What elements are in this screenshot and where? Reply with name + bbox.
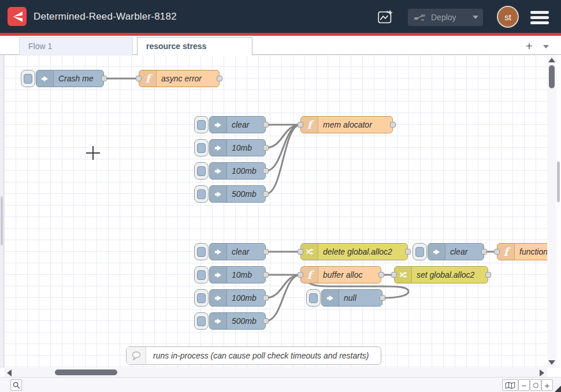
node-label: clear (450, 244, 480, 260)
inject-trigger-button[interactable] (194, 289, 209, 307)
horizontal-scroll-thumb[interactable] (55, 369, 117, 375)
comment-icon (127, 347, 146, 364)
node-inject-500mb-2[interactable]: 500mb (209, 312, 266, 330)
node-label: null (344, 290, 378, 306)
resize-grip-icon[interactable] (555, 386, 561, 392)
input-port[interactable] (391, 272, 397, 278)
node-inject-500mb[interactable]: 500mb (209, 185, 266, 203)
zoom-out-button[interactable]: − (518, 379, 530, 391)
node-function-buffer-alloc[interactable]: f buffer alloc (300, 266, 381, 283)
vertical-scrollbar[interactable] (547, 55, 556, 368)
outer-scroll-thumb[interactable] (557, 162, 560, 202)
zoom-reset-button[interactable] (530, 379, 541, 391)
main-menu-button[interactable] (530, 11, 549, 24)
output-port[interactable] (263, 249, 269, 255)
output-port[interactable] (217, 76, 222, 81)
function-icon: f (497, 244, 515, 260)
output-port[interactable] (263, 272, 269, 278)
inject-icon (210, 163, 227, 179)
app-logo-icon[interactable] (8, 7, 27, 26)
output-port[interactable] (405, 249, 411, 255)
node-inject-clear[interactable]: clear (209, 116, 266, 133)
inject-trigger-button[interactable] (306, 289, 321, 307)
input-port[interactable] (136, 76, 142, 81)
output-port[interactable] (485, 272, 491, 278)
node-change-delete-global-alloc2[interactable]: delete global.alloc2 (300, 243, 408, 260)
input-port[interactable] (298, 249, 303, 255)
output-port[interactable] (378, 272, 384, 278)
scroll-right-icon[interactable] (540, 369, 544, 376)
node-label: mem alocator (323, 117, 389, 133)
node-function-mem-alocator[interactable]: f mem alocator (300, 116, 393, 133)
scroll-down-icon[interactable] (548, 360, 555, 365)
user-avatar[interactable]: st (497, 6, 519, 28)
scroll-up-icon[interactable] (548, 58, 555, 62)
output-port[interactable] (263, 191, 269, 197)
deploy-options-caret-icon[interactable] (473, 16, 478, 19)
node-inject-10mb[interactable]: 10mb (209, 139, 266, 156)
node-inject-clear-2[interactable]: clear (209, 243, 266, 260)
output-port[interactable] (390, 122, 396, 128)
node-inject-clear-3[interactable]: clear (428, 243, 484, 260)
header-bar: Determined-Reed-Warbler-8182 Deploy st (0, 0, 561, 33)
tab-flow-1[interactable]: Flow 1 (19, 37, 133, 55)
input-port[interactable] (494, 249, 500, 255)
function-icon: f (301, 267, 318, 283)
output-port[interactable] (263, 122, 269, 128)
inject-trigger-button[interactable] (21, 70, 35, 87)
output-port[interactable] (263, 318, 269, 324)
output-port[interactable] (263, 145, 269, 151)
output-port[interactable] (380, 295, 385, 301)
node-label: async error (161, 70, 216, 87)
zoom-in-button[interactable]: + (541, 379, 553, 391)
input-port[interactable] (298, 272, 303, 278)
inject-trigger-button[interactable] (194, 139, 209, 156)
inject-trigger-button[interactable] (194, 162, 209, 180)
inject-trigger-button[interactable] (194, 266, 209, 283)
output-port[interactable] (481, 249, 487, 255)
output-port[interactable] (263, 168, 269, 174)
node-label: buffer alloc (323, 267, 377, 283)
node-change-set-global-alloc2[interactable]: set global.alloc2 (394, 266, 488, 283)
node-inject-crash-me[interactable]: Crash me (36, 70, 104, 87)
search-button[interactable] (10, 379, 22, 391)
node-comment[interactable]: runs in-process (can cause poll check ti… (126, 346, 381, 365)
inject-trigger-button[interactable] (194, 312, 209, 330)
inject-icon (210, 313, 227, 329)
output-port[interactable] (101, 76, 107, 81)
node-inject-10mb-2[interactable]: 10mb (209, 266, 266, 283)
inject-icon (210, 244, 227, 260)
flow-tabbar: Flow 1 resource stress + (0, 36, 561, 55)
node-label: 10mb (232, 267, 262, 283)
vertical-scroll-thumb[interactable] (549, 65, 555, 88)
node-inject-100mb-2[interactable]: 100mb (209, 289, 266, 307)
inject-trigger-button[interactable] (194, 116, 209, 133)
node-inject-null[interactable]: null (321, 289, 382, 307)
function-icon: f (139, 70, 157, 87)
ai-assistant-icon[interactable] (375, 8, 396, 27)
outer-scrollbar[interactable] (556, 55, 561, 368)
footer-bar: − + (0, 377, 561, 392)
node-function-async-error[interactable]: f async error (139, 70, 220, 87)
output-port[interactable] (263, 295, 269, 301)
node-label: clear (232, 244, 262, 260)
inject-trigger-button[interactable] (413, 243, 427, 260)
tab-resource-stress[interactable]: resource stress (137, 37, 252, 55)
inject-icon (322, 290, 339, 306)
flow-list-caret-icon[interactable] (543, 45, 549, 48)
add-flow-button[interactable]: + (522, 39, 537, 54)
flow-canvas[interactable]: Crash me f async error clear 10mb 100mb (4, 55, 556, 368)
node-label: delete global.alloc2 (323, 244, 404, 260)
scroll-left-icon[interactable] (7, 369, 12, 376)
node-inject-100mb[interactable]: 100mb (209, 162, 266, 180)
input-port[interactable] (298, 122, 303, 128)
inject-trigger-button[interactable] (194, 185, 209, 203)
node-label: set global.alloc2 (417, 267, 484, 283)
deploy-icon (414, 13, 426, 21)
inject-icon (210, 117, 227, 133)
wires-layer (4, 55, 556, 368)
horizontal-scrollbar[interactable] (4, 368, 547, 377)
navigator-toggle-button[interactable] (502, 379, 518, 391)
deploy-button[interactable]: Deploy (408, 9, 483, 26)
inject-trigger-button[interactable] (194, 243, 209, 260)
